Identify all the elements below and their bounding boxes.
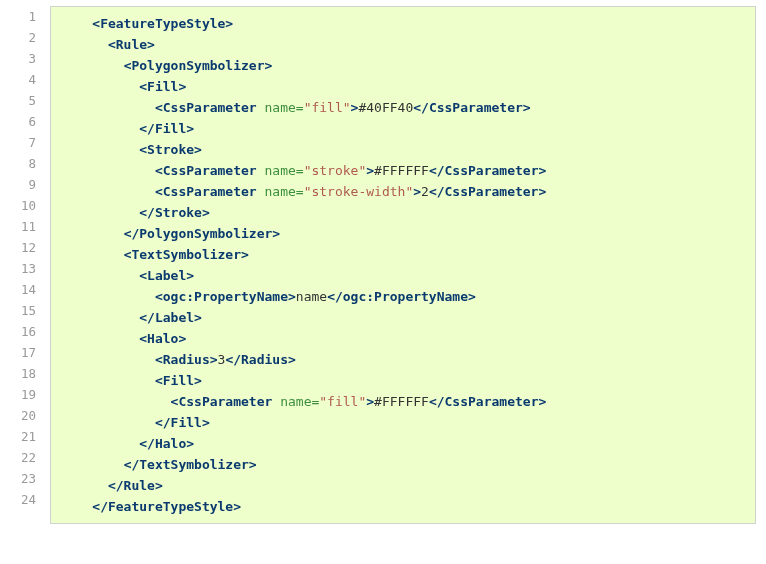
line-number-gutter: 123456789101112131415161718192021222324 [10,6,46,510]
line-number: 6 [10,111,36,132]
line-number: 15 [10,300,36,321]
code-line: </Halo> [61,433,745,454]
line-number: 20 [10,405,36,426]
code-line: <FeatureTypeStyle> [61,13,745,34]
code-line: <CssParameter name="fill">#40FF40</CssPa… [61,97,745,118]
code-line: </PolygonSymbolizer> [61,223,745,244]
line-number: 22 [10,447,36,468]
code-line: </TextSymbolizer> [61,454,745,475]
line-number: 1 [10,6,36,27]
code-line: <Radius>3</Radius> [61,349,745,370]
line-number: 18 [10,363,36,384]
code-line: <Label> [61,265,745,286]
code-line: <ogc:PropertyName>name</ogc:PropertyName… [61,286,745,307]
code-line: <Fill> [61,76,745,97]
line-number: 19 [10,384,36,405]
code-line: </Stroke> [61,202,745,223]
code-line: <Stroke> [61,139,745,160]
code-line: <PolygonSymbolizer> [61,55,745,76]
code-line: <CssParameter name="fill">#FFFFFF</CssPa… [61,391,745,412]
line-number: 8 [10,153,36,174]
code-line: <TextSymbolizer> [61,244,745,265]
line-number: 10 [10,195,36,216]
line-number: 5 [10,90,36,111]
code-line: </Fill> [61,412,745,433]
code-line: </Fill> [61,118,745,139]
code-block: 123456789101112131415161718192021222324 … [0,0,766,542]
code-line: </Rule> [61,475,745,496]
line-number: 24 [10,489,36,510]
code-line: </FeatureTypeStyle> [61,496,745,517]
line-number: 14 [10,279,36,300]
line-number: 17 [10,342,36,363]
line-number: 12 [10,237,36,258]
code-line: <CssParameter name="stroke">#FFFFFF</Css… [61,160,745,181]
line-number: 9 [10,174,36,195]
line-number: 2 [10,27,36,48]
line-number: 4 [10,69,36,90]
code-line: <Fill> [61,370,745,391]
code-line: </Label> [61,307,745,328]
code-area: <FeatureTypeStyle> <Rule> <PolygonSymbol… [50,6,756,524]
line-number: 13 [10,258,36,279]
code-line: <CssParameter name="stroke-width">2</Css… [61,181,745,202]
code-line: <Rule> [61,34,745,55]
line-number: 7 [10,132,36,153]
line-number: 11 [10,216,36,237]
line-number: 23 [10,468,36,489]
line-number: 3 [10,48,36,69]
code-line: <Halo> [61,328,745,349]
line-number: 21 [10,426,36,447]
line-number: 16 [10,321,36,342]
